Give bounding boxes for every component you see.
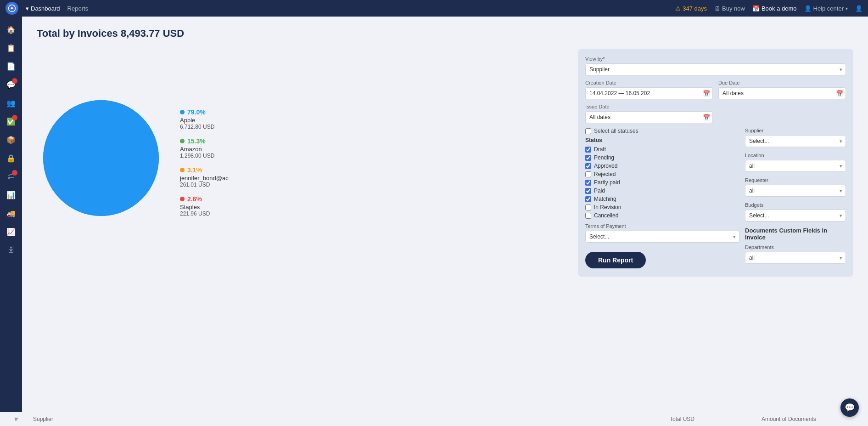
date-row: Creation Date 📅 Due Date 📅 — [585, 80, 846, 99]
status-list: Draft Pending Approved — [585, 146, 739, 219]
issue-date-label: Issue Date — [585, 104, 713, 109]
status-paid: Paid — [585, 187, 739, 194]
svg-point-2 — [72, 129, 130, 187]
user-icon: 👤 — [855, 5, 862, 12]
dashboard-body: 79.0% Apple 6,712.80 USD 15.3% Amazon 1,… — [37, 49, 853, 277]
sidebar-item-inventory[interactable]: 📦 — [4, 132, 18, 147]
supplier-label: Supplier — [745, 128, 846, 133]
sidebar-item-messages[interactable]: 💬 — [4, 77, 18, 92]
status-partly-paid-checkbox[interactable] — [585, 180, 591, 186]
sidebar-item-reports[interactable]: 📊 — [4, 187, 18, 202]
warning-days[interactable]: ⚠ 347 days — [675, 5, 707, 12]
messages-badge — [12, 78, 17, 84]
sidebar-item-tasks[interactable]: ✅ — [4, 114, 18, 129]
status-matching-label: Matching — [594, 196, 616, 202]
status-matching-checkbox[interactable] — [585, 196, 591, 202]
location-group: Location all — [745, 153, 846, 172]
view-by-row: View by* Supplier — [585, 56, 846, 75]
budgets-select-wrapper: Select... — [745, 210, 846, 222]
page-title: Total by Invoices 8,493.77 USD — [37, 28, 853, 40]
supplier-select-wrapper: Select... — [745, 135, 846, 147]
location-select[interactable]: all — [745, 160, 846, 172]
sidebar-item-delivery[interactable]: 🚚 — [4, 206, 18, 221]
tasks-badge — [12, 115, 17, 120]
status-paid-label: Paid — [594, 187, 605, 194]
status-label: Status — [585, 137, 739, 143]
user-avatar[interactable]: 👤 — [855, 5, 862, 12]
location-select-wrapper: all — [745, 160, 846, 172]
book-demo-button[interactable]: 📅 Book a demo — [752, 5, 797, 12]
sidebar-item-archive[interactable]: 🗄 — [4, 243, 18, 257]
calendar-icon: 📅 — [752, 5, 760, 12]
chat-bubble[interactable]: 💬 — [840, 398, 859, 417]
legend-item-amazon: 15.3% Amazon 1,298.00 USD — [180, 137, 229, 159]
status-pending-checkbox[interactable] — [585, 155, 591, 161]
table-col-amount: Amount of Documents — [762, 416, 853, 422]
tags-badge — [12, 170, 17, 176]
nav-reports[interactable]: Reports — [67, 5, 89, 12]
sidebar-item-home[interactable]: 🏠 — [4, 22, 18, 37]
nav-dashboard[interactable]: ▾ Dashboard — [26, 5, 60, 12]
main-content: Total by Invoices 8,493.77 USD — [22, 17, 868, 412]
terms-select[interactable]: Select... — [585, 231, 739, 243]
due-date-wrapper: 📅 — [718, 87, 846, 99]
creation-date-input[interactable] — [585, 87, 713, 99]
sidebar: 🏠 📋 📄 💬 👥 ✅ 📦 🔒 🏷 📊 🚚 📈 🗄 — [0, 17, 22, 412]
left-filters: Select all statuses Status Draft Pending — [585, 128, 739, 269]
status-paid-checkbox[interactable] — [585, 188, 591, 194]
select-all-row: Select all statuses — [585, 128, 739, 134]
app-logo[interactable] — [6, 2, 18, 15]
creation-date-col: Creation Date 📅 — [585, 80, 713, 99]
help-center-button[interactable]: 👤 Help center ▾ — [804, 5, 848, 12]
supplier-group: Supplier Select... — [745, 128, 846, 147]
due-date-input[interactable] — [718, 87, 846, 99]
sidebar-item-orders[interactable]: 📋 — [4, 40, 18, 55]
issue-date-input[interactable] — [585, 111, 713, 123]
run-report-button[interactable]: Run Report — [585, 252, 646, 268]
budgets-select[interactable]: Select... — [745, 210, 846, 222]
table-header: # Supplier Total USD Amount of Documents — [0, 412, 868, 426]
status-rejected-checkbox[interactable] — [585, 171, 591, 177]
requester-select[interactable]: all — [745, 185, 846, 197]
status-approved: Approved — [585, 163, 739, 169]
legend-dot-staples — [180, 197, 185, 201]
help-icon: 👤 — [804, 5, 812, 12]
select-all-checkbox[interactable] — [585, 128, 591, 134]
nav-right: ⚠ 347 days 🖥 Buy now 📅 Book a demo 👤 Hel… — [675, 5, 862, 12]
location-label: Location — [745, 153, 846, 158]
sidebar-item-contacts[interactable]: 👥 — [4, 96, 18, 110]
filter-panel: View by* Supplier Creation Date — [578, 49, 853, 277]
requester-group: Requester all — [745, 177, 846, 197]
departments-label: Departments — [745, 244, 846, 250]
chart-legend: 79.0% Apple 6,712.80 USD 15.3% Amazon 1,… — [180, 108, 229, 217]
calendar-icon: 📅 — [703, 90, 710, 97]
creation-date-wrapper: 📅 — [585, 87, 713, 99]
sidebar-item-invoices[interactable]: 📄 — [4, 59, 18, 74]
status-partly-paid-label: Partly paid — [594, 179, 620, 186]
right-filters: Supplier Select... Location — [745, 128, 846, 269]
legend-dot-apple — [180, 110, 185, 114]
status-matching: Matching — [585, 196, 739, 202]
main-layout: 🏠 📋 📄 💬 👥 ✅ 📦 🔒 🏷 📊 🚚 📈 🗄 Total by Invoi… — [0, 17, 868, 412]
legend-dot-jennifer — [180, 168, 185, 172]
departments-select[interactable]: all — [745, 252, 846, 264]
buy-now-button[interactable]: 🖥 Buy now — [714, 5, 745, 12]
status-cancelled-checkbox[interactable] — [585, 213, 591, 219]
departments-select-wrapper: all — [745, 252, 846, 264]
two-panel: Select all statuses Status Draft Pending — [585, 128, 846, 269]
status-pending: Pending — [585, 154, 739, 161]
calendar-icon: 📅 — [703, 114, 710, 121]
terms-select-wrapper: Select... — [585, 231, 739, 243]
status-approved-checkbox[interactable] — [585, 163, 591, 169]
sidebar-item-lock[interactable]: 🔒 — [4, 151, 18, 165]
sidebar-item-chart[interactable]: 📈 — [4, 224, 18, 239]
status-in-revision-label: In Revision — [594, 204, 621, 210]
legend-item-apple: 79.0% Apple 6,712.80 USD — [180, 108, 229, 130]
sidebar-item-tags[interactable]: 🏷 — [4, 169, 18, 184]
creation-date-label: Creation Date — [585, 80, 713, 85]
status-draft-checkbox[interactable] — [585, 147, 591, 153]
view-by-select[interactable]: Supplier — [585, 63, 846, 75]
status-in-revision-checkbox[interactable] — [585, 204, 591, 210]
supplier-select[interactable]: Select... — [745, 135, 846, 147]
chat-icon: 💬 — [845, 403, 855, 413]
